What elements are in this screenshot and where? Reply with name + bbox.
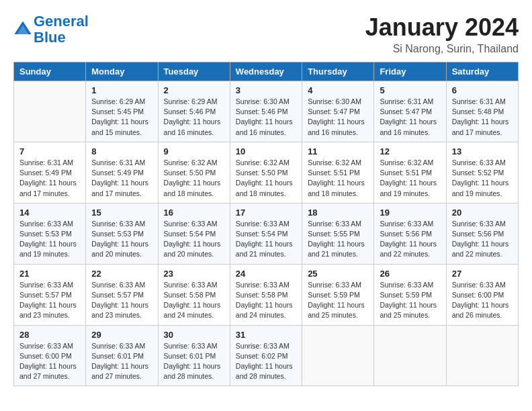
- day-cell: 20Sunrise: 6:33 AMSunset: 5:56 PMDayligh…: [446, 203, 518, 264]
- day-number: 31: [236, 330, 296, 340]
- day-number: 16: [164, 208, 224, 218]
- week-row-2: 7Sunrise: 6:31 AMSunset: 5:49 PMDaylight…: [14, 142, 519, 203]
- day-cell: 19Sunrise: 6:33 AMSunset: 5:56 PMDayligh…: [374, 203, 446, 264]
- day-cell: 23Sunrise: 6:33 AMSunset: 5:58 PMDayligh…: [158, 264, 230, 325]
- title-block: January 2024 Si Narong, Surin, Thailand: [365, 13, 519, 55]
- day-cell: 31Sunrise: 6:33 AMSunset: 6:02 PMDayligh…: [230, 325, 302, 386]
- day-info: Sunrise: 6:33 AMSunset: 5:56 PMDaylight:…: [380, 219, 440, 260]
- day-number: 6: [452, 85, 513, 95]
- day-info: Sunrise: 6:32 AMSunset: 5:51 PMDaylight:…: [380, 158, 440, 199]
- day-cell: 30Sunrise: 6:33 AMSunset: 6:01 PMDayligh…: [158, 325, 230, 386]
- day-cell: 13Sunrise: 6:33 AMSunset: 5:52 PMDayligh…: [446, 142, 518, 203]
- day-cell: 24Sunrise: 6:33 AMSunset: 5:58 PMDayligh…: [230, 264, 302, 325]
- day-cell: 16Sunrise: 6:33 AMSunset: 5:54 PMDayligh…: [158, 203, 230, 264]
- week-row-4: 21Sunrise: 6:33 AMSunset: 5:57 PMDayligh…: [14, 264, 519, 325]
- day-info: Sunrise: 6:32 AMSunset: 5:50 PMDaylight:…: [164, 158, 224, 199]
- day-cell: 6Sunrise: 6:31 AMSunset: 5:48 PMDaylight…: [446, 81, 518, 142]
- day-info: Sunrise: 6:33 AMSunset: 5:53 PMDaylight:…: [19, 219, 80, 260]
- header-thursday: Thursday: [302, 62, 374, 81]
- week-row-1: 1Sunrise: 6:29 AMSunset: 5:45 PMDaylight…: [14, 81, 519, 142]
- day-cell: 26Sunrise: 6:33 AMSunset: 5:59 PMDayligh…: [374, 264, 446, 325]
- day-number: 27: [452, 269, 513, 279]
- day-number: 29: [91, 330, 152, 340]
- day-cell: 9Sunrise: 6:32 AMSunset: 5:50 PMDaylight…: [158, 142, 230, 203]
- day-number: 9: [164, 146, 224, 156]
- week-row-5: 28Sunrise: 6:33 AMSunset: 6:00 PMDayligh…: [14, 325, 519, 386]
- day-number: 8: [91, 146, 152, 156]
- day-cell: 22Sunrise: 6:33 AMSunset: 5:57 PMDayligh…: [86, 264, 158, 325]
- day-info: Sunrise: 6:31 AMSunset: 5:47 PMDaylight:…: [380, 97, 440, 138]
- day-number: 1: [91, 85, 152, 95]
- day-number: 19: [380, 208, 440, 218]
- day-info: Sunrise: 6:33 AMSunset: 5:54 PMDaylight:…: [164, 219, 224, 260]
- day-cell: 15Sunrise: 6:33 AMSunset: 5:53 PMDayligh…: [86, 203, 158, 264]
- day-cell: 18Sunrise: 6:33 AMSunset: 5:55 PMDayligh…: [302, 203, 374, 264]
- day-cell: 12Sunrise: 6:32 AMSunset: 5:51 PMDayligh…: [374, 142, 446, 203]
- day-cell: 28Sunrise: 6:33 AMSunset: 6:00 PMDayligh…: [14, 325, 86, 386]
- day-info: Sunrise: 6:31 AMSunset: 5:49 PMDaylight:…: [19, 158, 80, 199]
- day-number: 25: [308, 269, 368, 279]
- logo-text: General Blue: [34, 13, 89, 46]
- day-cell: 7Sunrise: 6:31 AMSunset: 5:49 PMDaylight…: [14, 142, 86, 203]
- day-info: Sunrise: 6:33 AMSunset: 5:57 PMDaylight:…: [19, 280, 80, 321]
- header-monday: Monday: [86, 62, 158, 81]
- day-info: Sunrise: 6:33 AMSunset: 5:56 PMDaylight:…: [452, 219, 513, 260]
- day-info: Sunrise: 6:33 AMSunset: 5:57 PMDaylight:…: [91, 280, 152, 321]
- day-cell: 2Sunrise: 6:29 AMSunset: 5:46 PMDaylight…: [158, 81, 230, 142]
- day-info: Sunrise: 6:33 AMSunset: 5:54 PMDaylight:…: [236, 219, 296, 260]
- day-info: Sunrise: 6:33 AMSunset: 5:52 PMDaylight:…: [452, 158, 513, 199]
- day-cell: 11Sunrise: 6:32 AMSunset: 5:51 PMDayligh…: [302, 142, 374, 203]
- day-info: Sunrise: 6:30 AMSunset: 5:47 PMDaylight:…: [308, 97, 368, 138]
- day-number: 13: [452, 146, 513, 156]
- logo-blue: Blue: [34, 29, 66, 46]
- header-row: SundayMondayTuesdayWednesdayThursdayFrid…: [14, 62, 519, 81]
- header-sunday: Sunday: [14, 62, 86, 81]
- logo-icon: [13, 20, 32, 39]
- day-cell: 3Sunrise: 6:30 AMSunset: 5:46 PMDaylight…: [230, 81, 302, 142]
- day-cell: [374, 325, 446, 386]
- day-number: 12: [380, 146, 440, 156]
- day-number: 2: [164, 85, 224, 95]
- location-title: Si Narong, Surin, Thailand: [365, 43, 519, 55]
- day-cell: 27Sunrise: 6:33 AMSunset: 6:00 PMDayligh…: [446, 264, 518, 325]
- day-info: Sunrise: 6:33 AMSunset: 5:53 PMDaylight:…: [91, 219, 152, 260]
- day-number: 21: [19, 269, 80, 279]
- day-info: Sunrise: 6:33 AMSunset: 5:59 PMDaylight:…: [380, 280, 440, 321]
- day-info: Sunrise: 6:33 AMSunset: 5:58 PMDaylight:…: [236, 280, 296, 321]
- day-info: Sunrise: 6:29 AMSunset: 5:46 PMDaylight:…: [164, 97, 224, 138]
- header-tuesday: Tuesday: [158, 62, 230, 81]
- week-row-3: 14Sunrise: 6:33 AMSunset: 5:53 PMDayligh…: [14, 203, 519, 264]
- logo: General Blue: [13, 13, 89, 46]
- day-info: Sunrise: 6:29 AMSunset: 5:45 PMDaylight:…: [91, 97, 152, 138]
- day-number: 22: [91, 269, 152, 279]
- day-info: Sunrise: 6:32 AMSunset: 5:51 PMDaylight:…: [308, 158, 368, 199]
- day-info: Sunrise: 6:32 AMSunset: 5:50 PMDaylight:…: [236, 158, 296, 199]
- day-info: Sunrise: 6:30 AMSunset: 5:46 PMDaylight:…: [236, 97, 296, 138]
- day-number: 30: [164, 330, 224, 340]
- day-cell: 4Sunrise: 6:30 AMSunset: 5:47 PMDaylight…: [302, 81, 374, 142]
- day-info: Sunrise: 6:31 AMSunset: 5:48 PMDaylight:…: [452, 97, 513, 138]
- day-cell: 8Sunrise: 6:31 AMSunset: 5:49 PMDaylight…: [86, 142, 158, 203]
- header-friday: Friday: [374, 62, 446, 81]
- day-info: Sunrise: 6:33 AMSunset: 6:00 PMDaylight:…: [19, 341, 80, 382]
- day-number: 18: [308, 208, 368, 218]
- day-cell: [446, 325, 518, 386]
- month-title: January 2024: [365, 13, 519, 42]
- logo-general: General: [34, 13, 89, 30]
- day-info: Sunrise: 6:33 AMSunset: 5:59 PMDaylight:…: [308, 280, 368, 321]
- day-number: 5: [380, 85, 440, 95]
- day-number: 20: [452, 208, 513, 218]
- day-info: Sunrise: 6:33 AMSunset: 6:01 PMDaylight:…: [164, 341, 224, 382]
- day-info: Sunrise: 6:33 AMSunset: 6:02 PMDaylight:…: [236, 341, 296, 382]
- day-number: 10: [236, 146, 296, 156]
- day-info: Sunrise: 6:33 AMSunset: 6:01 PMDaylight:…: [91, 341, 152, 382]
- day-info: Sunrise: 6:31 AMSunset: 5:49 PMDaylight:…: [91, 158, 152, 199]
- day-cell: 5Sunrise: 6:31 AMSunset: 5:47 PMDaylight…: [374, 81, 446, 142]
- day-number: 17: [236, 208, 296, 218]
- day-number: 15: [91, 208, 152, 218]
- day-number: 3: [236, 85, 296, 95]
- page-header: General Blue January 2024 Si Narong, Sur…: [13, 13, 519, 55]
- header-saturday: Saturday: [446, 62, 518, 81]
- day-cell: 21Sunrise: 6:33 AMSunset: 5:57 PMDayligh…: [14, 264, 86, 325]
- day-cell: 29Sunrise: 6:33 AMSunset: 6:01 PMDayligh…: [86, 325, 158, 386]
